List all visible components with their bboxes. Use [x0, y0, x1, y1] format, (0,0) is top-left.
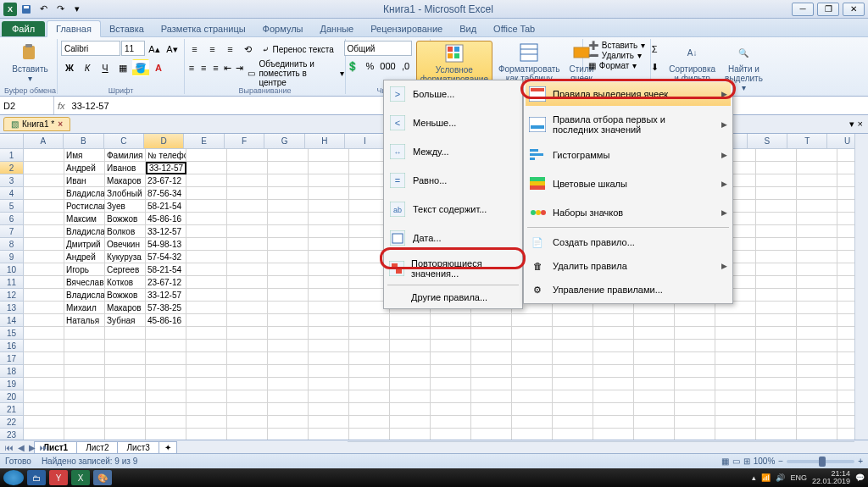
- cell[interactable]: [268, 149, 309, 162]
- tab-review[interactable]: Рецензирование: [362, 21, 451, 36]
- cell[interactable]: [715, 403, 756, 416]
- column-header[interactable]: T: [787, 134, 827, 149]
- font-color-button[interactable]: A: [150, 59, 167, 76]
- cell[interactable]: [186, 238, 227, 251]
- cell[interactable]: [431, 416, 471, 429]
- cell[interactable]: [24, 327, 64, 340]
- align-top-icon[interactable]: ≡: [186, 41, 203, 58]
- cell[interactable]: Макаров: [105, 302, 146, 314]
- cell[interactable]: [105, 352, 146, 365]
- cell[interactable]: [268, 162, 309, 174]
- cell[interactable]: [797, 276, 837, 289]
- cell[interactable]: [756, 365, 797, 378]
- cell[interactable]: [675, 327, 715, 340]
- cell[interactable]: [512, 416, 553, 429]
- task-explorer-icon[interactable]: 🗀: [27, 470, 46, 485]
- cell[interactable]: [797, 302, 837, 314]
- cell[interactable]: [756, 416, 797, 429]
- cell[interactable]: [512, 365, 553, 378]
- cell[interactable]: [24, 174, 64, 187]
- cell[interactable]: [390, 352, 431, 365]
- cell[interactable]: [634, 390, 675, 403]
- cell[interactable]: [634, 327, 675, 340]
- cell[interactable]: Игорь: [64, 263, 105, 276]
- cell[interactable]: [797, 200, 837, 213]
- cell[interactable]: [349, 403, 390, 416]
- cell[interactable]: [634, 403, 675, 416]
- row-header[interactable]: 9: [0, 251, 24, 263]
- cell[interactable]: [105, 365, 146, 378]
- merge-button[interactable]: ▭Объединить и поместить в центре▾: [248, 59, 343, 87]
- task-excel-icon[interactable]: X: [71, 470, 90, 485]
- cell[interactable]: [227, 314, 268, 327]
- column-header[interactable]: F: [225, 134, 264, 149]
- delete-cells-button[interactable]: ➖Удалить▾: [588, 51, 642, 60]
- cell[interactable]: [24, 352, 64, 365]
- row-header[interactable]: 10: [0, 263, 24, 276]
- cell[interactable]: [390, 314, 431, 327]
- cell[interactable]: [227, 340, 268, 352]
- cell[interactable]: [146, 340, 186, 352]
- menu-highlight-rules[interactable]: Правила выделения ячеек▶: [526, 82, 731, 106]
- cell[interactable]: [186, 365, 227, 378]
- cell[interactable]: [105, 378, 146, 390]
- cell[interactable]: [756, 263, 797, 276]
- cell[interactable]: [24, 289, 64, 302]
- cell[interactable]: [24, 200, 64, 213]
- cell[interactable]: [227, 149, 268, 162]
- cell[interactable]: 23-67-12: [146, 174, 186, 187]
- cell[interactable]: [268, 416, 309, 429]
- cell[interactable]: [64, 352, 105, 365]
- cell[interactable]: [512, 390, 553, 403]
- cell[interactable]: [675, 352, 715, 365]
- cell[interactable]: [105, 390, 146, 403]
- cell[interactable]: 54-98-13: [146, 238, 186, 251]
- align-right-icon[interactable]: ≡: [210, 59, 221, 76]
- cell[interactable]: [797, 238, 837, 251]
- paste-button[interactable]: Вставить▾: [8, 41, 51, 85]
- rule-text[interactable]: abТекст содержит...: [386, 197, 520, 221]
- cell[interactable]: [268, 251, 309, 263]
- cell[interactable]: [715, 416, 756, 429]
- task-paint-icon[interactable]: 🎨: [93, 470, 112, 485]
- cell[interactable]: [431, 390, 471, 403]
- currency-icon[interactable]: 💲: [344, 58, 361, 75]
- row-header[interactable]: 15: [0, 327, 24, 340]
- cell[interactable]: [309, 314, 349, 327]
- cell[interactable]: [756, 149, 797, 162]
- cell[interactable]: [756, 314, 797, 327]
- cell[interactable]: [227, 251, 268, 263]
- cell[interactable]: [634, 416, 675, 429]
- tray-volume-icon[interactable]: 🔊: [776, 473, 785, 482]
- cell[interactable]: [797, 403, 837, 416]
- grow-font-icon[interactable]: A▴: [146, 41, 163, 58]
- file-tab[interactable]: Файл: [2, 21, 45, 36]
- rule-equal[interactable]: =Равно...: [386, 169, 520, 192]
- cell[interactable]: [186, 187, 227, 200]
- cell[interactable]: [797, 314, 837, 327]
- cell[interactable]: [634, 378, 675, 390]
- name-box[interactable]: D2: [0, 97, 54, 114]
- close-button[interactable]: ✕: [843, 3, 865, 16]
- cell[interactable]: [634, 352, 675, 365]
- row-header[interactable]: 2: [0, 162, 24, 174]
- menu-top-bottom[interactable]: Правила отбора первых и последних значен…: [526, 111, 731, 138]
- cell[interactable]: [268, 327, 309, 340]
- cell[interactable]: 57-38-25: [146, 302, 186, 314]
- cell[interactable]: [797, 352, 837, 365]
- cell[interactable]: 33-12-57: [146, 225, 186, 238]
- cell[interactable]: [186, 174, 227, 187]
- inc-decimal-icon[interactable]: ,0: [398, 58, 415, 75]
- fx-icon[interactable]: fx: [58, 101, 65, 111]
- cell[interactable]: [471, 403, 512, 416]
- cell[interactable]: Зуев: [105, 200, 146, 213]
- align-bot-icon[interactable]: ≡: [221, 41, 238, 58]
- cell[interactable]: [227, 276, 268, 289]
- cell[interactable]: [593, 390, 634, 403]
- sheet-nav[interactable]: ⏮◀▶⏭: [3, 443, 50, 452]
- start-button[interactable]: [3, 470, 24, 485]
- cell[interactable]: [512, 340, 553, 352]
- cell[interactable]: [186, 378, 227, 390]
- row-header[interactable]: 11: [0, 276, 24, 289]
- cell[interactable]: [471, 365, 512, 378]
